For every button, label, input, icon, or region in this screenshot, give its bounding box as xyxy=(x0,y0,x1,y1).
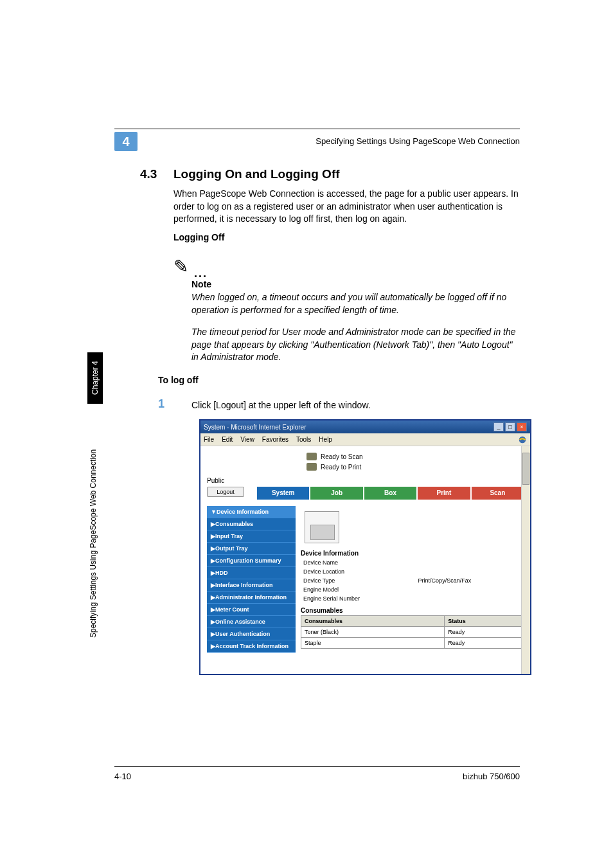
maximize-button[interactable]: □ xyxy=(505,422,515,431)
sidebar-menu: ▼Device Information ▶Consumables ▶Input … xyxy=(207,506,296,653)
toner-status: Ready xyxy=(445,627,524,638)
sidebar-chapter-label: Chapter 4 xyxy=(87,352,103,404)
menu-tools[interactable]: Tools xyxy=(296,436,311,443)
tab-box[interactable]: Box xyxy=(364,487,416,500)
scrollbar-thumb[interactable] xyxy=(522,453,529,485)
staple-name: Staple xyxy=(301,638,445,649)
table-row: Device Name xyxy=(301,558,524,567)
device-image-icon xyxy=(305,511,339,543)
sidebar-item-input-tray[interactable]: ▶Input Tray xyxy=(207,530,296,543)
page-number: 4-10 xyxy=(114,772,131,781)
sidebar-item-user-auth[interactable]: ▶User Authentication xyxy=(207,628,296,640)
sidebar-item-config-summary[interactable]: ▶Configuration Summary xyxy=(207,555,296,567)
window-titlebar: System - Microsoft Internet Explorer _ □… xyxy=(200,420,530,433)
sidebar-item-consumables[interactable]: ▶Consumables xyxy=(207,518,296,530)
consumables-col-name: Consumables xyxy=(301,616,445,627)
note-paragraph-1: When logged on, a timeout occurs and you… xyxy=(191,291,520,316)
device-info-table: Device Name Device Location Device TypeP… xyxy=(301,558,524,603)
table-row: Engine Serial Number xyxy=(301,594,524,603)
section-title: Logging On and Logging Off xyxy=(173,167,340,181)
status-ready-print: Ready to Print xyxy=(306,463,524,471)
engine-serial-value xyxy=(416,594,524,603)
dev-name-value xyxy=(416,558,524,567)
step-number: 1 xyxy=(158,397,164,411)
section-intro: When PageScope Web Connection is accesse… xyxy=(173,188,520,226)
vertical-scrollbar[interactable] xyxy=(521,446,530,674)
footer-rule xyxy=(114,766,520,767)
sidebar-item-interface-info[interactable]: ▶Interface Information xyxy=(207,579,296,592)
running-header: Specifying Settings Using PageScope Web … xyxy=(315,136,520,146)
sidebar-item-hdd[interactable]: ▶HDD xyxy=(207,567,296,579)
table-header-row: Consumables Status xyxy=(301,616,524,627)
tab-job[interactable]: Job xyxy=(310,487,362,500)
dev-type-label: Device Type xyxy=(301,576,416,585)
ie-logo-icon xyxy=(518,435,527,444)
dev-type-value: Print/Copy/Scan/Fax xyxy=(416,576,524,585)
engine-model-label: Engine Model xyxy=(301,585,416,594)
window-buttons: _ □ × xyxy=(493,422,527,431)
note-dots: ... xyxy=(194,267,208,280)
dev-loc-value xyxy=(416,567,524,576)
status-print-text: Ready to Print xyxy=(321,464,361,471)
section-number: 4.3 xyxy=(140,167,157,181)
step-text: Click [Logout] at the upper left of the … xyxy=(191,400,371,410)
sidebar-item-admin-info[interactable]: ▶Administrator Information xyxy=(207,592,296,604)
engine-model-value xyxy=(416,585,524,594)
detail-area: Device Information Device Name Device Lo… xyxy=(301,506,524,653)
note-icon: ✎ xyxy=(173,256,188,277)
status-scan-text: Ready to Scan xyxy=(321,453,363,460)
table-row: Device TypePrint/Copy/Scan/Fax xyxy=(301,576,524,585)
close-button[interactable]: × xyxy=(517,422,527,431)
browser-screenshot: System - Microsoft Internet Explorer _ □… xyxy=(199,419,531,675)
sidebar-section-label: Specifying Settings Using PageScope Web … xyxy=(89,406,98,638)
minimize-button[interactable]: _ xyxy=(493,422,504,431)
consumables-table: Consumables Status Toner (Black) Ready S… xyxy=(301,615,524,649)
device-info-heading: Device Information xyxy=(301,550,524,557)
menu-file[interactable]: File xyxy=(204,436,214,443)
menu-edit[interactable]: Edit xyxy=(222,436,233,443)
main-content-row: ▼Device Information ▶Consumables ▶Input … xyxy=(207,506,524,653)
toner-name: Toner (Black) xyxy=(301,627,445,638)
subheading-logging-off: Logging Off xyxy=(173,232,224,242)
consumables-heading: Consumables xyxy=(301,607,524,614)
tab-system[interactable]: System xyxy=(257,487,309,500)
chapter-badge: 4 xyxy=(114,132,138,151)
dev-loc-label: Device Location xyxy=(301,567,416,576)
sidebar-item-account-track[interactable]: ▶Account Track Information xyxy=(207,640,296,653)
table-row: Engine Model xyxy=(301,585,524,594)
status-ready-scan: Ready to Scan xyxy=(306,453,524,460)
engine-serial-label: Engine Serial Number xyxy=(301,594,416,603)
sidebar-item-output-tray[interactable]: ▶Output Tray xyxy=(207,543,296,555)
tab-print[interactable]: Print xyxy=(418,487,470,500)
tab-scan[interactable]: Scan xyxy=(472,487,524,500)
browser-menubar: File Edit View Favorites Tools Help xyxy=(200,433,530,446)
header-rule xyxy=(114,129,520,129)
note-paragraph-2: The timeout period for User mode and Adm… xyxy=(191,326,520,364)
page-content: Ready to Scan Ready to Print Public Logo… xyxy=(200,446,530,674)
table-row: Toner (Black) Ready xyxy=(301,627,524,638)
printer-status-icon xyxy=(306,463,317,471)
note-label: Note xyxy=(191,279,211,289)
tabs-row: Logout System Job Box Print Scan xyxy=(207,487,524,500)
table-row: Staple Ready xyxy=(301,638,524,649)
logout-button[interactable]: Logout xyxy=(207,487,244,497)
menu-help[interactable]: Help xyxy=(319,436,332,443)
staple-status: Ready xyxy=(445,638,524,649)
menu-view[interactable]: View xyxy=(240,436,254,443)
table-row: Device Location xyxy=(301,567,524,576)
sidebar-item-meter-count[interactable]: ▶Meter Count xyxy=(207,604,296,616)
user-label: Public xyxy=(207,477,524,484)
menu-favorites[interactable]: Favorites xyxy=(262,436,289,443)
product-name: bizhub 750/600 xyxy=(463,772,520,781)
window-title: System - Microsoft Internet Explorer xyxy=(204,424,306,431)
sidebar-item-online-assistance[interactable]: ▶Online Assistance xyxy=(207,616,296,628)
scanner-icon xyxy=(306,453,317,460)
subheading-to-log-off: To log off xyxy=(158,375,199,385)
dev-name-label: Device Name xyxy=(301,558,416,567)
consumables-col-status: Status xyxy=(445,616,524,627)
sidebar-item-device-info[interactable]: ▼Device Information xyxy=(207,506,296,518)
